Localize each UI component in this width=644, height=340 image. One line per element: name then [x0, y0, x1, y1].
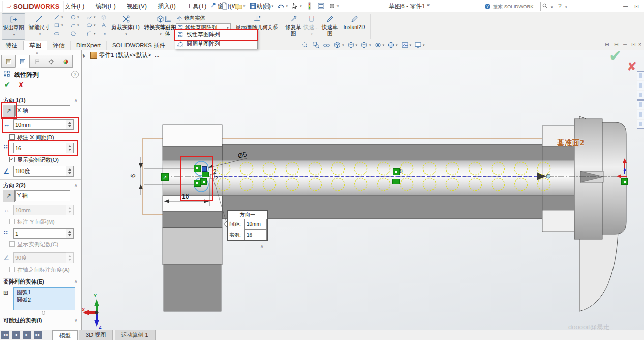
search-box[interactable]: ? [483, 2, 541, 11]
view-orientation-icon[interactable] [347, 41, 358, 49]
callout-count-value[interactable]: 16 [244, 230, 267, 240]
task-pane-library-tab[interactable] [637, 81, 644, 90]
smart-dimension-button[interactable]: 智能尺寸 [27, 13, 51, 40]
entity-item[interactable]: 圆弧2 [17, 296, 72, 304]
zoom-area-icon[interactable] [312, 41, 320, 49]
tab-dimxpert[interactable]: DimXpert [71, 41, 107, 50]
flyout-tree-arrow[interactable] [83, 51, 85, 58]
tab-sketch[interactable]: 草图 [23, 41, 47, 50]
circle-tool-icon[interactable] [70, 14, 79, 20]
direction1-header[interactable]: 方向 1(1) [3, 97, 26, 104]
task-pane-explorer-tab[interactable] [637, 91, 644, 100]
offset-entities-button[interactable]: 等距实体 [159, 13, 177, 40]
minimize-button[interactable]: ─ [623, 0, 628, 12]
exit-sketch-button[interactable]: 退出草图 [2, 13, 25, 40]
callout-spacing-value[interactable]: 10mm [244, 219, 267, 230]
show-instance-count2-label[interactable]: 显示实例记数(C) [17, 241, 58, 248]
rebuild-icon[interactable] [305, 2, 313, 10]
confirm-ok-button[interactable] [609, 47, 622, 65]
relation-badge-icon[interactable] [194, 165, 201, 172]
save-icon[interactable] [249, 2, 260, 10]
task-pane-palette-tab[interactable] [637, 100, 644, 109]
panel-help-icon[interactable]: ? [71, 71, 79, 78]
menu-insert[interactable]: 插入(I) [153, 0, 180, 12]
tab-evaluate[interactable]: 评估 [47, 41, 71, 50]
direction2-header[interactable]: 方向 2(2) [3, 182, 26, 189]
spline-tool-icon[interactable] [86, 14, 96, 20]
search-scope-dropdown[interactable] [550, 0, 553, 13]
file-properties-icon[interactable] [317, 2, 325, 10]
equal-relation-icon[interactable]: = [202, 172, 209, 177]
propertymanager-tab[interactable] [15, 55, 30, 68]
previous-view-icon[interactable] [323, 41, 330, 49]
tab-scroll-last-button[interactable]: ▶▶ [34, 331, 42, 339]
plane-label[interactable]: 基准面2 [557, 138, 585, 148]
dim-x-spacing-label[interactable]: 标注 X 间距(D) [17, 134, 54, 141]
slot-tool-icon[interactable] [54, 31, 60, 37]
cancel-button[interactable] [18, 81, 24, 89]
pin-menu-icon[interactable] [210, 2, 217, 10]
angle1-field[interactable] [13, 166, 66, 177]
quick-snaps-button[interactable]: 快速... [303, 13, 319, 40]
equal-relation-icon[interactable]: = [392, 179, 400, 184]
model-tab[interactable]: 模型 [52, 330, 78, 340]
select-cursor-icon[interactable] [291, 2, 302, 10]
listbox-resize-handle[interactable] [42, 311, 45, 315]
task-pane-appearances-tab[interactable] [637, 110, 644, 119]
task-pane-properties-tab[interactable] [637, 120, 644, 129]
direction1-collapse-icon[interactable] [74, 97, 78, 103]
doc-window-minimize-icon[interactable]: ─ [623, 42, 627, 47]
point-tool-icon[interactable] [102, 31, 108, 37]
reverse-direction2-button[interactable]: ↗ [3, 190, 15, 202]
menu-view[interactable]: 视图(V) [122, 0, 151, 12]
count1-spinner[interactable] [66, 143, 74, 153]
count1-field[interactable] [13, 143, 66, 153]
menu-item-circular-sketch-pattern[interactable]: 圆周草图阵列 [175, 39, 257, 49]
show-instance-count1-label[interactable]: 显示实例记数(O) [17, 156, 59, 164]
section-view-icon[interactable] [333, 41, 344, 49]
displaymanager-tab[interactable] [58, 55, 73, 68]
entity-item[interactable]: 圆弧1 [17, 289, 72, 296]
menu-item-linear-sketch-pattern[interactable]: 线性草图阵列 [175, 30, 257, 39]
dimxpertmanager-tab[interactable] [44, 55, 58, 68]
show-instance-count1-checkbox[interactable] [9, 157, 15, 162]
restore-button[interactable]: ⊡ [634, 0, 639, 12]
reverse-direction1-button[interactable]: ↗ [3, 105, 15, 117]
relation-badge-icon[interactable] [200, 178, 207, 185]
menu-edit[interactable]: 编辑(E) [91, 0, 120, 12]
ok-button[interactable] [4, 80, 10, 89]
skipped-header[interactable]: 可跳过的实例(I) [3, 317, 42, 324]
show-instance-count2-checkbox[interactable] [9, 241, 15, 247]
count2-field[interactable] [13, 228, 66, 239]
rectangle-tool-icon[interactable] [54, 22, 63, 29]
spacing1-spinner[interactable] [66, 119, 74, 130]
dimension-vertical[interactable]: 6 [129, 174, 137, 178]
trim-entities-button[interactable]: 剪裁实体(T) [110, 13, 141, 40]
text-tool-icon[interactable] [101, 22, 107, 29]
edit-appearance-icon[interactable] [387, 41, 398, 49]
entities-collapse-icon[interactable] [74, 278, 78, 284]
dim-x-spacing-checkbox[interactable] [9, 134, 15, 140]
direction1-handle-icon[interactable]: ↗ [161, 173, 169, 181]
callout-collapse-arrow[interactable] [260, 242, 264, 249]
instant2d-button[interactable]: Instant2D [341, 13, 368, 40]
endpoint-handle-icon[interactable] [621, 178, 628, 185]
help-dropdown[interactable] [564, 0, 567, 13]
doc-window-restore-icon[interactable]: ⊡ [631, 42, 635, 47]
tab-scroll-first-button[interactable]: ◀◀ [1, 331, 9, 339]
dim-y-spacing-label[interactable]: 标注 Y 间距(M) [17, 218, 55, 226]
quick-sketch-button[interactable]: 快速草图 [320, 13, 340, 40]
angle1-spinner[interactable] [66, 166, 74, 177]
mirror-entities-button[interactable]: 镜向实体 [176, 15, 205, 21]
menu-file[interactable]: 文件(F) [60, 0, 89, 12]
relation-badge-icon[interactable] [194, 180, 201, 187]
tab-features[interactable]: 特征 [0, 41, 23, 50]
configurationmanager-tab[interactable] [29, 55, 44, 68]
display-style-icon[interactable] [360, 41, 371, 49]
entities-header[interactable]: 要阵列的实体(E) [3, 278, 44, 286]
direction1-axis-field[interactable] [15, 105, 70, 116]
entities-listbox[interactable]: 圆弧1 圆弧2 [13, 287, 75, 310]
hide-show-items-icon[interactable] [374, 41, 385, 49]
ellipse-tool-icon[interactable] [86, 22, 96, 29]
search-input[interactable] [492, 3, 535, 10]
